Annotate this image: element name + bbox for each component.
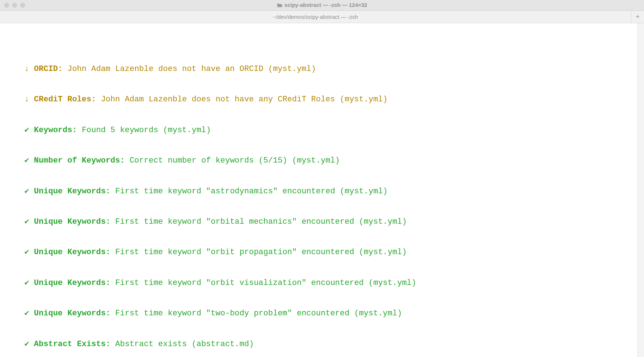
check-msg: Abstract exists (abstract.md) — [115, 340, 254, 349]
check-icon: ✔ — [24, 187, 29, 196]
check-line: ✔ Unique Keywords: First time keyword "o… — [3, 247, 641, 257]
check-line: ✔ Keywords: Found 5 keywords (myst.yml) — [3, 125, 641, 135]
check-msg: First time keyword "orbital mechanics" e… — [115, 217, 407, 226]
check-msg: First time keyword "astrodynamics" encou… — [115, 187, 388, 196]
check-icon: ✔ — [24, 248, 29, 257]
tab-bar: ~/dev/demos/scipy-abstract — -zsh + — [0, 11, 644, 23]
check-label: Unique Keywords: — [34, 217, 110, 226]
check-label: Unique Keywords: — [34, 309, 110, 318]
check-msg: Found 5 keywords (myst.yml) — [82, 126, 211, 135]
window-title: scipy-abstract — -zsh — 124×32 — [0, 1, 644, 9]
terminal-tab[interactable]: ~/dev/demos/scipy-abstract — -zsh — [0, 11, 631, 23]
new-tab-button[interactable]: + — [631, 11, 644, 23]
check-msg: John Adam Lazenble does not have an ORCI… — [67, 64, 316, 74]
window-controls — [0, 3, 25, 8]
check-line: ✔ Abstract Exists: Abstract exists (abst… — [3, 339, 641, 349]
check-line: ✔ Unique Keywords: First time keyword "a… — [3, 186, 641, 197]
check-label: Keywords: — [34, 126, 77, 135]
zoom-window-button[interactable] — [20, 3, 25, 8]
check-icon: ✔ — [24, 156, 29, 165]
tab-title: ~/dev/demos/scipy-abstract — -zsh — [273, 13, 358, 20]
check-icon: ✔ — [24, 340, 29, 349]
check-line: ✔ Number of Keywords: Correct number of … — [3, 156, 641, 166]
check-label: Abstract Exists: — [34, 340, 110, 349]
check-label: ORCID: — [34, 64, 63, 74]
check-icon: ✔ — [24, 217, 29, 226]
check-label: Number of Keywords: — [34, 156, 125, 165]
arrow-down-icon: ↓ — [24, 64, 29, 74]
check-line: ✔ Unique Keywords: First time keyword "o… — [3, 278, 641, 288]
check-label: Unique Keywords: — [34, 278, 110, 287]
arrow-down-icon: ↓ — [24, 95, 29, 104]
scrollbar-track[interactable] — [637, 23, 644, 357]
check-msg: First time keyword "two-body problem" en… — [115, 309, 402, 318]
check-label: Unique Keywords: — [34, 248, 110, 257]
check-msg: John Adam Lazenble does not have any CRe… — [101, 95, 388, 104]
window-title-text: scipy-abstract — -zsh — 124×32 — [285, 2, 367, 8]
folder-icon — [277, 2, 282, 9]
check-msg: First time keyword "orbit visualization"… — [115, 278, 416, 287]
check-msg: First time keyword "orbit propagation" e… — [115, 248, 407, 257]
check-line: ✔ Unique Keywords: First time keyword "t… — [3, 308, 641, 319]
minimize-window-button[interactable] — [12, 3, 17, 8]
check-icon: ✔ — [24, 126, 29, 135]
window-titlebar: scipy-abstract — -zsh — 124×32 — [0, 0, 644, 11]
close-window-button[interactable] — [4, 3, 9, 8]
check-label: Unique Keywords: — [34, 187, 110, 196]
check-line: ↓ ORCID: John Adam Lazenble does not hav… — [3, 64, 641, 74]
check-icon: ✔ — [24, 278, 29, 287]
check-label: CRediT Roles: — [34, 95, 96, 104]
check-msg: Correct number of keywords (5/15) (myst.… — [130, 156, 340, 165]
terminal-output[interactable]: ↓ ORCID: John Adam Lazenble does not hav… — [0, 23, 644, 357]
check-line: ↓ CRediT Roles: John Adam Lazenble does … — [3, 94, 641, 105]
check-icon: ✔ — [24, 309, 29, 318]
check-line: ✔ Unique Keywords: First time keyword "o… — [3, 217, 641, 227]
